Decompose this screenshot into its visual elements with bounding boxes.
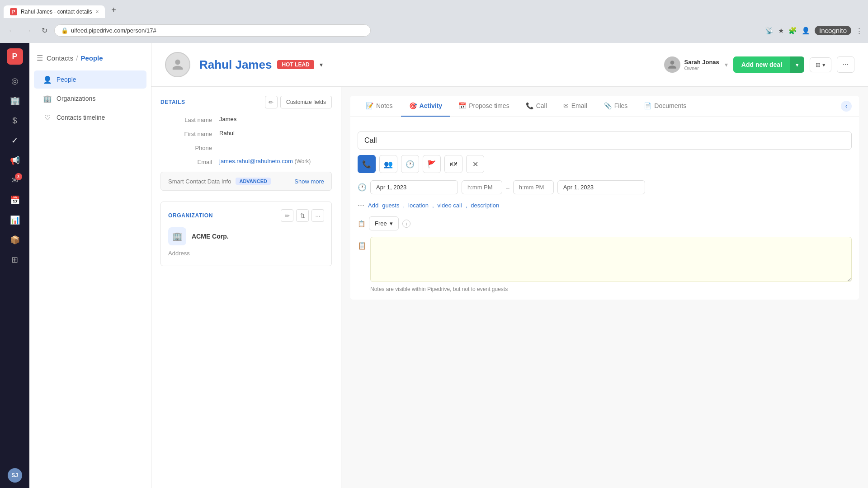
mail-badge: 3 bbox=[15, 173, 22, 180]
time-end-input[interactable] bbox=[513, 180, 554, 194]
collapse-tabs-btn[interactable]: ‹ bbox=[841, 101, 852, 112]
field-row-phone: Phone bbox=[160, 144, 332, 151]
activity-title-input[interactable] bbox=[358, 131, 852, 150]
info-icon-btn[interactable]: i bbox=[402, 220, 410, 228]
field-row-firstname: First name Rahul bbox=[160, 130, 332, 137]
tab-documents[interactable]: 📄 Documents bbox=[636, 96, 694, 117]
date-end-input[interactable] bbox=[557, 180, 645, 194]
field-value-firstname: Rahul bbox=[219, 130, 332, 137]
hamburger-btn[interactable]: ☰ bbox=[37, 54, 43, 62]
sidebar-item-contacts-timeline[interactable]: ♡ Contacts timeline bbox=[34, 108, 146, 127]
org-avatar: 🏢 bbox=[168, 227, 186, 245]
toggle-org-btn[interactable]: ⇅ bbox=[296, 209, 309, 222]
notes-tab-icon: 📝 bbox=[366, 102, 373, 109]
tabs-row: 📝 Notes 🎯 Activity 📅 Propose times bbox=[350, 96, 859, 117]
new-tab-btn[interactable]: + bbox=[107, 3, 120, 17]
nav-icon-revenue[interactable]: $ bbox=[6, 112, 24, 130]
activity-type-meeting[interactable]: 👥 bbox=[379, 155, 397, 173]
tab-propose-times[interactable]: 📅 Propose times bbox=[450, 96, 517, 117]
address-bar[interactable]: 🔒 uifeed.pipedrive.com/person/17# bbox=[54, 24, 371, 37]
tab-notes[interactable]: 📝 Notes bbox=[358, 96, 401, 117]
nav-icon-target[interactable]: ◎ bbox=[6, 72, 24, 90]
time-start-input[interactable] bbox=[462, 180, 502, 194]
advanced-badge[interactable]: ADVANCED bbox=[236, 178, 271, 185]
browser-tab-active[interactable]: P Rahul James - contact details × bbox=[4, 5, 105, 18]
tab-close-btn[interactable]: × bbox=[95, 9, 99, 15]
activity-type-deadline[interactable]: 🕐 bbox=[401, 155, 419, 173]
nav-icon-activities[interactable]: 📢 bbox=[6, 151, 24, 169]
sidebar-item-organizations[interactable]: 🏢 Organizations bbox=[34, 89, 146, 108]
add-guests-link[interactable]: guests bbox=[382, 202, 399, 209]
extensions-icon[interactable]: 🧩 bbox=[788, 27, 797, 35]
tab-email[interactable]: ✉ Email bbox=[555, 96, 595, 117]
add-deal-dropdown-btn[interactable]: ▾ bbox=[790, 56, 804, 73]
availability-row: 📋 Free ▾ i bbox=[358, 216, 852, 230]
org-section-header: ORGANIZATION ✏ ⇅ ··· bbox=[168, 209, 324, 222]
tab-activity[interactable]: 🎯 Activity bbox=[401, 96, 451, 117]
header-right: Sarah Jonas Owner ▾ Add new deal ▾ ⊞ ▾ ·… bbox=[664, 56, 854, 73]
nav-icon-calendar[interactable]: 📅 bbox=[6, 191, 24, 209]
nav-icon-mail[interactable]: ✉ 3 bbox=[6, 171, 24, 189]
show-more-link[interactable]: Show more bbox=[294, 178, 324, 185]
date-start-input[interactable] bbox=[370, 180, 458, 194]
activity-form: 📞 👥 🕐 🚩 🍽 ✕ 🕐 – bbox=[350, 124, 859, 300]
tab-propose-label: Propose times bbox=[469, 102, 509, 109]
more-options-btn[interactable]: ··· bbox=[837, 56, 854, 73]
org-section-title: ORGANIZATION bbox=[168, 212, 213, 219]
breadcrumb-contacts[interactable]: Contacts bbox=[47, 54, 73, 62]
org-row: 🏢 ACME Corp. bbox=[168, 227, 324, 245]
profile-icon[interactable]: 👤 bbox=[802, 27, 810, 35]
view-toggle-btn[interactable]: ⊞ ▾ bbox=[810, 57, 831, 72]
add-video-call-link[interactable]: video call bbox=[438, 202, 462, 209]
nav-icon-apps[interactable]: ⊞ bbox=[6, 251, 24, 269]
sidebar-item-people[interactable]: 👤 People bbox=[34, 70, 146, 89]
email-link[interactable]: james.rahul@rahulneto.com bbox=[219, 158, 293, 164]
more-options-dots[interactable]: ··· bbox=[358, 201, 364, 210]
notes-input-area: Notes are visible within Pipedrive, but … bbox=[370, 237, 852, 292]
bookmark-icon[interactable]: ★ bbox=[778, 27, 784, 35]
nav-sidebar: ☰ Contacts / People 👤 People 🏢 Organizat… bbox=[29, 43, 151, 488]
user-avatar-sidebar[interactable]: SJ bbox=[8, 468, 22, 483]
back-btn[interactable]: ← bbox=[5, 24, 18, 37]
address-text: uifeed.pipedrive.com/person/17# bbox=[71, 27, 364, 34]
tab-call[interactable]: 📞 Call bbox=[518, 96, 555, 117]
activity-type-clear[interactable]: ✕ bbox=[466, 155, 484, 173]
edit-fields-btn[interactable]: ✏ bbox=[265, 96, 278, 108]
notes-icon: 📋 bbox=[358, 241, 367, 250]
availability-select[interactable]: Free ▾ bbox=[369, 216, 399, 230]
nav-icon-contacts[interactable]: ✓ bbox=[6, 131, 24, 150]
notes-textarea[interactable] bbox=[370, 237, 852, 282]
customize-fields-btn[interactable]: Customize fields bbox=[280, 96, 332, 108]
more-org-btn[interactable]: ··· bbox=[311, 209, 324, 222]
refresh-btn[interactable]: ↻ bbox=[38, 24, 51, 37]
main-content: Rahul James HOT LEAD ▾ Sarah Jonas Owner… bbox=[151, 43, 868, 488]
contact-dropdown-btn[interactable]: ▾ bbox=[320, 61, 323, 68]
cast-icon[interactable]: 📡 bbox=[765, 27, 774, 35]
menu-icon[interactable]: ⋮ bbox=[856, 27, 863, 35]
add-location-link[interactable]: location bbox=[408, 202, 429, 209]
datetime-row: 🕐 – bbox=[358, 180, 852, 194]
smart-contact-bar: Smart Contact Data Info ADVANCED Show mo… bbox=[160, 172, 332, 191]
edit-org-btn[interactable]: ✏ bbox=[281, 209, 293, 222]
owner-dropdown-icon[interactable]: ▾ bbox=[725, 61, 728, 68]
sidebar-header: ☰ Contacts / People bbox=[29, 50, 151, 70]
nav-icon-products[interactable]: 📦 bbox=[6, 231, 24, 249]
clock-icon: 🕐 bbox=[358, 183, 367, 192]
activity-type-task[interactable]: 🚩 bbox=[423, 155, 441, 173]
forward-btn[interactable]: → bbox=[22, 24, 34, 37]
activity-type-lunch[interactable]: 🍽 bbox=[444, 155, 462, 173]
datetime-separator: – bbox=[506, 184, 509, 191]
nav-icon-insights[interactable]: 📊 bbox=[6, 211, 24, 229]
sidebar-item-organizations-label: Organizations bbox=[57, 95, 95, 102]
activity-type-call[interactable]: 📞 bbox=[358, 155, 376, 173]
contact-name: Rahul James bbox=[199, 58, 272, 72]
add-deal-button[interactable]: Add new deal bbox=[733, 56, 790, 73]
owner-avatar bbox=[664, 56, 680, 73]
nav-icon-deals[interactable]: 🏢 bbox=[6, 92, 24, 110]
field-label-firstname: First name bbox=[160, 130, 219, 137]
owner-info: Sarah Jonas Owner bbox=[684, 59, 719, 71]
tab-files[interactable]: 📎 Files bbox=[596, 96, 636, 117]
activity-tab-icon: 🎯 bbox=[409, 102, 417, 109]
org-name[interactable]: ACME Corp. bbox=[192, 233, 229, 240]
add-description-link[interactable]: description bbox=[471, 202, 499, 209]
